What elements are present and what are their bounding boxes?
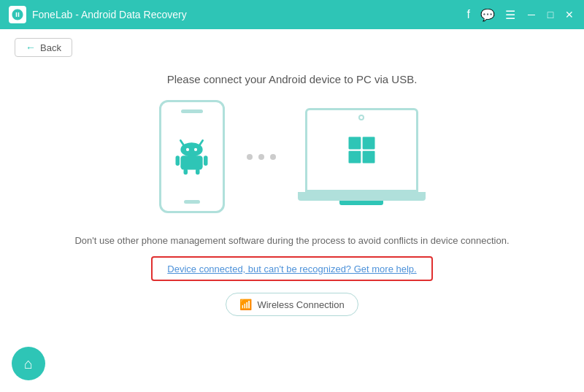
- wireless-label: Wireless Connection: [257, 299, 344, 310]
- svg-rect-10: [348, 137, 361, 150]
- app-icon: [9, 6, 26, 23]
- svg-point-3: [186, 148, 189, 151]
- dot-3: [270, 154, 276, 160]
- phone-home-button: [184, 200, 200, 204]
- top-bar: ← Back: [0, 29, 584, 66]
- laptop-screen: [305, 108, 418, 192]
- wifi-icon: 📶: [239, 299, 252, 310]
- phone-speaker: [181, 109, 203, 113]
- svg-rect-5: [180, 155, 202, 169]
- svg-rect-12: [348, 151, 361, 164]
- laptop-illustration: [298, 108, 426, 205]
- chat-icon[interactable]: 💬: [480, 8, 495, 22]
- home-icon: ⌂: [24, 356, 33, 372]
- wireless-connection-button[interactable]: 📶 Wireless Connection: [226, 293, 358, 316]
- title-bar-right: f 💬 ☰ ─ □ ✕: [467, 8, 575, 22]
- phone-body: [159, 100, 225, 213]
- laptop-stand: [339, 201, 383, 205]
- main-content: ← Back Please connect your Android devic…: [0, 29, 584, 392]
- back-label: Back: [40, 42, 61, 53]
- help-link-box: Device connected, but can't be recognize…: [151, 256, 432, 281]
- windows-logo: [345, 134, 378, 166]
- svg-rect-9: [196, 169, 200, 174]
- svg-rect-7: [204, 155, 208, 166]
- close-button[interactable]: ✕: [564, 9, 575, 20]
- home-button[interactable]: ⌂: [12, 347, 45, 380]
- android-logo: [172, 137, 212, 177]
- laptop-base: [298, 192, 426, 201]
- warning-text: Don't use other phone management softwar…: [74, 235, 509, 246]
- connection-dots: [247, 154, 276, 160]
- phone-illustration: [159, 100, 225, 213]
- menu-icon[interactable]: ☰: [505, 8, 515, 22]
- app-title: FoneLab - Android Data Recovery: [32, 9, 187, 20]
- minimize-button[interactable]: ─: [526, 9, 537, 20]
- svg-rect-11: [362, 137, 374, 150]
- svg-rect-13: [362, 151, 374, 164]
- maximize-button[interactable]: □: [545, 9, 556, 20]
- laptop-camera: [358, 115, 364, 120]
- back-button[interactable]: ← Back: [15, 38, 72, 57]
- title-bar: FoneLab - Android Data Recovery f 💬 ☰ ─ …: [0, 0, 584, 29]
- svg-point-4: [194, 148, 197, 151]
- title-bar-left: FoneLab - Android Data Recovery: [9, 6, 187, 23]
- back-arrow-icon: ←: [26, 42, 36, 53]
- svg-rect-8: [184, 169, 188, 174]
- window-controls: ─ □ ✕: [526, 9, 575, 20]
- facebook-icon[interactable]: f: [467, 8, 470, 21]
- connection-visual: [159, 100, 426, 213]
- instruction-text: Please connect your Android device to PC…: [167, 73, 418, 85]
- svg-point-2: [180, 142, 202, 156]
- help-link[interactable]: Device connected, but can't be recognize…: [167, 264, 416, 274]
- dot-1: [247, 154, 253, 160]
- svg-rect-6: [176, 155, 180, 166]
- dot-2: [258, 154, 264, 160]
